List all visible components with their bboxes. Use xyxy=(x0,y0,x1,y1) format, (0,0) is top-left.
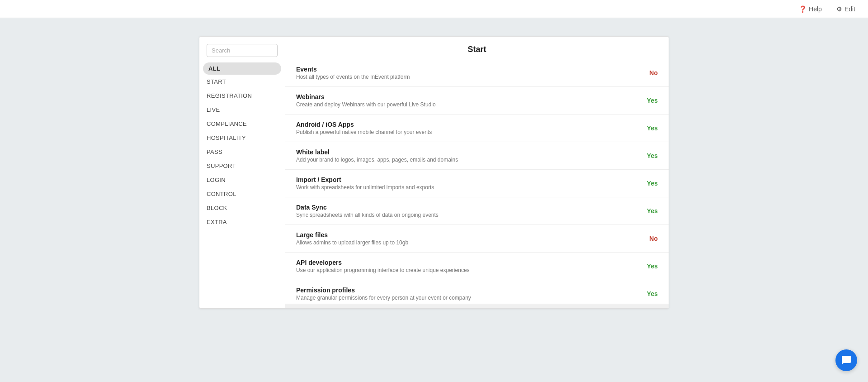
feature-name: API developers xyxy=(296,259,640,266)
table-row: WebinarsCreate and deploy Webinars with … xyxy=(285,87,669,115)
feature-info: EventsHost all types of events on the In… xyxy=(296,66,640,80)
help-label: Help xyxy=(809,5,822,13)
feature-status: Yes xyxy=(640,290,658,297)
feature-status: Yes xyxy=(640,263,658,270)
feature-status: Yes xyxy=(640,180,658,187)
feature-name: Webinars xyxy=(296,93,640,100)
sidebar-item-login[interactable]: LOGIN xyxy=(199,173,285,187)
gear-icon: ⚙ xyxy=(836,5,842,13)
feature-name: Data Sync xyxy=(296,204,640,211)
sidebar-item-hospitality[interactable]: HOSPITALITY xyxy=(199,131,285,145)
table-row: EventsHost all types of events on the In… xyxy=(285,59,669,87)
feature-desc: Use our application programming interfac… xyxy=(296,267,640,273)
table-row: White labelAdd your brand to logos, imag… xyxy=(285,142,669,170)
feature-desc: Allows admins to upload larger files up … xyxy=(296,239,640,246)
table-row: Data SyncSync spreadsheets with all kind… xyxy=(285,197,669,225)
search-wrapper xyxy=(199,44,285,62)
feature-info: Data SyncSync spreadsheets with all kind… xyxy=(296,204,640,218)
feature-info: API developersUse our application progra… xyxy=(296,259,640,273)
chat-icon xyxy=(841,355,852,366)
content-title: Start xyxy=(285,37,669,59)
nav-list: ALLSTARTREGISTRATIONLIVECOMPLIANCEHOSPIT… xyxy=(199,62,285,229)
sidebar: ALLSTARTREGISTRATIONLIVECOMPLIANCEHOSPIT… xyxy=(199,37,285,308)
feature-status: No xyxy=(640,235,658,242)
feature-name: Large files xyxy=(296,231,640,239)
sidebar-item-registration[interactable]: REGISTRATION xyxy=(199,89,285,103)
feature-info: Android / iOS AppsPublish a powerful nat… xyxy=(296,121,640,135)
feature-status: Yes xyxy=(640,124,658,132)
main-container: ALLSTARTREGISTRATIONLIVECOMPLIANCEHOSPIT… xyxy=(0,18,868,327)
feature-name: Import / Export xyxy=(296,176,640,183)
chat-bubble-button[interactable] xyxy=(835,349,857,371)
content-scroll[interactable]: EventsHost all types of events on the In… xyxy=(285,59,669,304)
table-row: API developersUse our application progra… xyxy=(285,253,669,280)
feature-info: Permission profilesManage granular permi… xyxy=(296,286,640,301)
sidebar-item-pass[interactable]: PASS xyxy=(199,145,285,159)
feature-info: WebinarsCreate and deploy Webinars with … xyxy=(296,93,640,108)
edit-button[interactable]: ⚙ Edit xyxy=(833,4,859,14)
sidebar-item-control[interactable]: CONTROL xyxy=(199,187,285,201)
table-row: Import / ExportWork with spreadsheets fo… xyxy=(285,170,669,197)
sidebar-item-compliance[interactable]: COMPLIANCE xyxy=(199,117,285,131)
feature-list: EventsHost all types of events on the In… xyxy=(285,59,669,304)
feature-desc: Host all types of events on the InEvent … xyxy=(296,74,640,80)
feature-name: White label xyxy=(296,148,640,156)
top-bar: ❓ Help ⚙ Edit xyxy=(0,0,868,18)
table-row: Permission profilesManage granular permi… xyxy=(285,280,669,304)
feature-desc: Sync spreadsheets with all kinds of data… xyxy=(296,212,640,218)
feature-info: White labelAdd your brand to logos, imag… xyxy=(296,148,640,163)
sidebar-item-all[interactable]: ALL xyxy=(203,62,281,75)
feature-desc: Create and deploy Webinars with our powe… xyxy=(296,101,640,108)
horizontal-scrollbar[interactable] xyxy=(285,304,669,308)
search-input[interactable] xyxy=(207,44,278,57)
sidebar-item-block[interactable]: BLOCK xyxy=(199,201,285,215)
feature-info: Import / ExportWork with spreadsheets fo… xyxy=(296,176,640,191)
feature-name: Events xyxy=(296,66,640,73)
help-button[interactable]: ❓ Help xyxy=(795,4,826,14)
edit-label: Edit xyxy=(844,5,855,13)
feature-desc: Work with spreadsheets for unlimited imp… xyxy=(296,184,640,191)
sidebar-item-start[interactable]: START xyxy=(199,75,285,89)
feature-status: Yes xyxy=(640,97,658,104)
feature-status: Yes xyxy=(640,207,658,215)
help-icon: ❓ xyxy=(799,5,807,13)
feature-info: Large filesAllows admins to upload large… xyxy=(296,231,640,246)
table-row: Android / iOS AppsPublish a powerful nat… xyxy=(285,115,669,142)
table-row: Large filesAllows admins to upload large… xyxy=(285,225,669,253)
feature-status: No xyxy=(640,69,658,76)
feature-status: Yes xyxy=(640,152,658,159)
sidebar-item-support[interactable]: SUPPORT xyxy=(199,159,285,173)
feature-desc: Manage granular permissions for every pe… xyxy=(296,295,640,301)
panel: ALLSTARTREGISTRATIONLIVECOMPLIANCEHOSPIT… xyxy=(199,36,669,309)
feature-name: Android / iOS Apps xyxy=(296,121,640,128)
feature-desc: Publish a powerful native mobile channel… xyxy=(296,129,640,135)
sidebar-item-live[interactable]: LIVE xyxy=(199,103,285,117)
content-panel: Start EventsHost all types of events on … xyxy=(285,37,669,308)
sidebar-item-extra[interactable]: EXTRA xyxy=(199,215,285,229)
feature-desc: Add your brand to logos, images, apps, p… xyxy=(296,157,640,163)
feature-name: Permission profiles xyxy=(296,286,640,294)
